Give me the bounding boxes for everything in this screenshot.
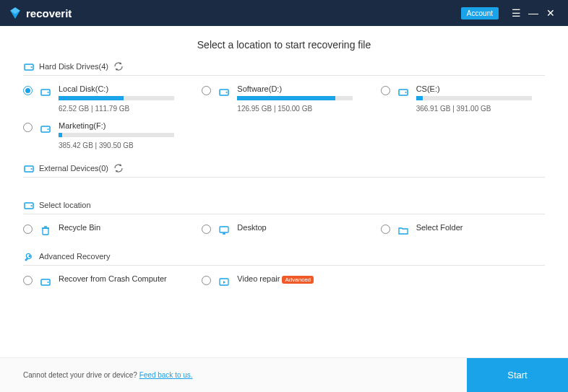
radio[interactable] bbox=[23, 123, 33, 132]
footer-text: Cannot detect your drive or device? Feed… bbox=[23, 371, 193, 379]
usage-bar bbox=[237, 96, 353, 100]
location-label: Select Folder bbox=[416, 223, 545, 232]
menu-button[interactable]: ☰ bbox=[507, 4, 525, 22]
location-item[interactable]: Desktop bbox=[202, 223, 366, 238]
usage-bar bbox=[59, 133, 174, 137]
desktop-icon bbox=[217, 223, 231, 238]
radio[interactable] bbox=[23, 86, 33, 95]
logo-icon bbox=[9, 6, 22, 19]
locations-grid: Recycle Bin Desktop Select Folder bbox=[23, 223, 545, 238]
drive-icon bbox=[23, 162, 35, 174]
drives-grid: Local Disk(C:) 62.52 GB | 111.79 GB Soft… bbox=[23, 84, 545, 149]
drive-icon bbox=[38, 84, 53, 99]
account-button[interactable]: Account bbox=[461, 7, 499, 19]
location-item[interactable]: Select Folder bbox=[381, 223, 545, 238]
app-logo: recoverit bbox=[9, 6, 72, 19]
radio[interactable] bbox=[381, 86, 390, 95]
advanced-badge: Advanced bbox=[282, 276, 314, 284]
section-hdd-header: Hard Disk Drives(4) bbox=[23, 61, 545, 76]
drive-item[interactable]: Software(D:) 126.95 GB | 150.00 GB bbox=[202, 84, 366, 113]
radio[interactable] bbox=[23, 276, 33, 285]
refresh-icon[interactable] bbox=[113, 162, 124, 174]
radio[interactable] bbox=[23, 225, 33, 234]
close-button[interactable]: ✕ bbox=[542, 4, 559, 22]
drive-item[interactable]: Marketing(F:) 385.42 GB | 390.50 GB bbox=[23, 121, 187, 149]
advanced-label: Recover from Crash Computer bbox=[59, 274, 187, 283]
radio[interactable] bbox=[202, 225, 211, 234]
drive-name: Marketing(F:) bbox=[59, 121, 187, 130]
drive-icon bbox=[23, 199, 35, 211]
advanced-item[interactable]: Recover from Crash Computer bbox=[23, 274, 187, 289]
footer: Cannot detect your drive or device? Feed… bbox=[0, 357, 568, 392]
section-ext-title: External Devices(0) bbox=[39, 164, 108, 173]
drive-icon bbox=[396, 84, 410, 99]
folder-icon bbox=[396, 223, 410, 238]
section-loc-title: Select location bbox=[39, 201, 91, 209]
drive-stats: 385.42 GB | 390.50 GB bbox=[59, 141, 187, 149]
page-title: Select a location to start recovering fi… bbox=[23, 39, 545, 51]
start-button[interactable]: Start bbox=[467, 358, 568, 393]
drive-name: CS(E:) bbox=[416, 84, 545, 93]
section-hdd-title: Hard Disk Drives(4) bbox=[39, 62, 108, 71]
trash-icon bbox=[38, 223, 53, 238]
main-content: Select a location to start recovering fi… bbox=[0, 26, 568, 357]
drive-stats: 126.95 GB | 150.00 GB bbox=[237, 105, 366, 113]
drive-icon bbox=[38, 121, 53, 136]
advanced-grid: Recover from Crash Computer Video repair… bbox=[23, 274, 545, 289]
drive-icon bbox=[38, 274, 53, 289]
location-label: Desktop bbox=[237, 223, 366, 232]
drive-item[interactable]: CS(E:) 366.91 GB | 391.00 GB bbox=[381, 84, 545, 113]
wrench-icon bbox=[23, 251, 35, 262]
advanced-label: Video repairAdvanced bbox=[237, 274, 366, 283]
minimize-button[interactable]: — bbox=[525, 4, 542, 22]
video-icon bbox=[217, 274, 231, 289]
feedback-link[interactable]: Feed back to us. bbox=[139, 371, 193, 379]
usage-bar bbox=[416, 96, 532, 100]
usage-bar bbox=[59, 96, 174, 100]
section-adv-title: Advanced Recovery bbox=[39, 252, 110, 261]
section-loc-header: Select location bbox=[23, 199, 545, 214]
drive-name: Local Disk(C:) bbox=[59, 84, 187, 93]
drive-icon bbox=[23, 61, 35, 72]
location-item[interactable]: Recycle Bin bbox=[23, 223, 187, 238]
section-ext-header: External Devices(0) bbox=[23, 162, 545, 178]
refresh-icon[interactable] bbox=[113, 61, 124, 72]
drive-icon bbox=[217, 84, 231, 99]
drive-item[interactable]: Local Disk(C:) 62.52 GB | 111.79 GB bbox=[23, 84, 187, 113]
section-adv-header: Advanced Recovery bbox=[23, 251, 545, 266]
brand-text: recoverit bbox=[26, 7, 72, 19]
titlebar: recoverit Account ☰ — ✕ bbox=[0, 0, 568, 26]
radio[interactable] bbox=[381, 225, 390, 234]
drive-stats: 366.91 GB | 391.00 GB bbox=[416, 105, 545, 113]
radio[interactable] bbox=[202, 276, 211, 285]
radio[interactable] bbox=[202, 86, 211, 95]
drive-stats: 62.52 GB | 111.79 GB bbox=[59, 105, 187, 113]
location-label: Recycle Bin bbox=[59, 223, 187, 232]
advanced-item[interactable]: Video repairAdvanced bbox=[202, 274, 366, 289]
drive-name: Software(D:) bbox=[237, 84, 366, 93]
